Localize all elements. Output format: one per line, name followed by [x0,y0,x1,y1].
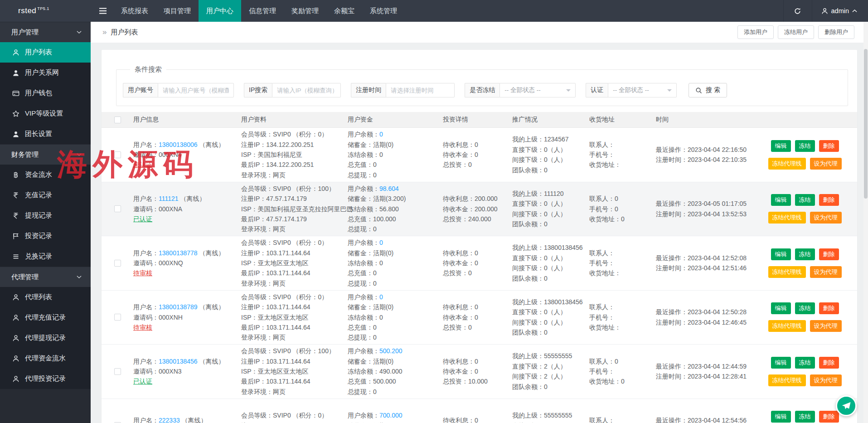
field-label: ISP： [241,205,258,213]
search-button[interactable]: 搜 索 [689,83,727,97]
sidebar-group-2[interactable]: 财务管理 [0,144,91,165]
field-label: 总提现： [348,225,373,233]
cell-time: 最近操作：2023-04-05 01:17:05注册时间：2023-04-04 … [656,199,752,219]
field-value: 0 [379,131,383,138]
freeze-agent-line-button[interactable]: 冻结代理线 [768,266,806,278]
scrollbar-thumb[interactable] [864,49,868,199]
sidebar-item-代理充值记录[interactable]: 代理充值记录 [0,307,91,328]
sidebar-item-充值记录[interactable]: 充值记录 [0,185,91,205]
freeze-button[interactable]: 冻结 [795,248,815,260]
freeze-button[interactable]: 冻结 [795,140,815,152]
sidebar-item-VIP等级设置[interactable]: VIP等级设置 [0,103,91,124]
set-agent-button[interactable]: 设为代理 [810,266,842,278]
field-line: 待审核 [133,322,241,332]
select-all-checkbox[interactable] [114,117,121,123]
refresh-button[interactable] [783,0,812,22]
set-agent-button[interactable]: 设为代理 [810,158,842,170]
sidebar-group-3[interactable]: 代理管理 [0,267,91,287]
delete-button[interactable]: 删除 [819,194,839,206]
nav-item-4[interactable]: 信息管理 [241,0,284,22]
sidebar-item-用户列表[interactable]: 用户列表 [0,42,91,63]
field-line: 团队余额：0 [512,382,589,392]
chat-float-button[interactable] [836,395,857,416]
register-time-input[interactable] [386,83,455,97]
freeze-status-select[interactable]: -- 全部状态 -- [499,83,576,97]
scrollbar[interactable] [863,22,868,423]
cell-info: 用户名：222333 （离线）邀请码：000XNG [133,415,241,423]
cert-status[interactable]: 已认证 [133,215,152,223]
row-checkbox[interactable] [114,260,121,267]
sidebar-group-1[interactable]: 用户管理 [0,22,91,42]
cert-status[interactable]: 已认证 [133,378,152,385]
row-checkbox[interactable] [114,205,121,212]
field-line: 团队余额：0 [512,219,589,229]
nav-item-2[interactable]: 项目管理 [156,0,199,22]
freeze-agent-line-button[interactable]: 冻结代理线 [768,374,806,386]
freeze-user-button[interactable]: 冻结用户 [778,25,814,39]
sidebar-item-代理投资记录[interactable]: 代理投资记录 [0,369,91,389]
freeze-agent-line-button[interactable]: 冻结代理线 [768,158,806,170]
sidebar-item-用户关系网[interactable]: 用户关系网 [0,63,91,83]
edit-button[interactable]: 编辑 [771,194,791,206]
ip-input[interactable] [272,83,341,97]
edit-button[interactable]: 编辑 [771,302,791,314]
cert-status[interactable]: 未认证 [133,161,152,168]
edit-button[interactable]: 编辑 [771,248,791,260]
freeze-button[interactable]: 冻结 [795,194,815,206]
sidebar-item-代理资金流水[interactable]: 代理资金流水 [0,348,91,369]
delete-button[interactable]: 删除 [819,357,839,369]
delete-button[interactable]: 删除 [819,140,839,152]
delete-user-button[interactable]: 删除用户 [818,25,854,39]
nav-item-7[interactable]: 系统管理 [362,0,405,22]
admin-menu[interactable]: admin [812,7,868,15]
sidebar-item-代理列表[interactable]: 代理列表 [0,287,91,307]
auth-status-select[interactable]: -- 全部状态 -- [608,83,677,97]
delete-button[interactable]: 删除 [819,411,839,423]
cell-profile: 会员等级：SVIP0 （积分：0）注册IP：115.84.84.14ISP：老挝 [241,410,348,423]
sidebar-item-代理提现记录[interactable]: 代理提现记录 [0,328,91,348]
field-label: 登录环境： [241,171,273,179]
freeze-button[interactable]: 冻结 [795,411,815,423]
field-line: 总提现：0 [348,224,443,234]
freeze-agent-line-button[interactable]: 冻结代理线 [768,212,806,224]
sidebar-item-投资记录[interactable]: 投资记录 [0,226,91,246]
row-checkbox[interactable] [114,151,121,158]
edit-button[interactable]: 编辑 [771,411,791,423]
set-agent-button[interactable]: 设为代理 [810,320,842,332]
account-filter: 用户账号 [123,83,234,97]
edit-button[interactable]: 编辑 [771,357,791,369]
sidebar-item-兑换记录[interactable]: 兑换记录 [0,246,91,267]
nav-item-6[interactable]: 余额宝 [326,0,362,22]
cert-status[interactable]: 待审核 [133,269,152,277]
field-value: 240.000 [468,215,491,223]
sidebar-item-团长设置[interactable]: 团长设置 [0,124,91,144]
sidebar-item-资金流水[interactable]: 资金流水 [0,165,91,185]
row-checkbox[interactable] [114,368,121,375]
cert-status[interactable]: 待审核 [133,324,152,331]
nav-item-3[interactable]: 用户中心 [199,0,241,22]
delete-button[interactable]: 删除 [819,302,839,314]
hamburger-icon[interactable] [99,8,107,14]
set-agent-button[interactable]: 设为代理 [810,374,842,386]
sidebar-item-label: 兑换记录 [25,252,52,261]
field-label: ISP： [241,314,258,321]
row-checkbox[interactable] [114,314,121,321]
field-label: 我的上级： [512,244,544,251]
field-value: SVIP0 （积分：100） [273,185,335,192]
delete-button[interactable]: 删除 [819,248,839,260]
add-user-button[interactable]: 添加用户 [737,25,774,39]
nav-item-5[interactable]: 奖励管理 [284,0,326,22]
set-agent-button[interactable]: 设为代理 [810,212,842,224]
account-input[interactable] [158,83,234,97]
sidebar-item-提现记录[interactable]: 提现记录 [0,205,91,226]
freeze-button[interactable]: 冻结 [795,302,815,314]
edit-button[interactable]: 编辑 [771,140,791,152]
sidebar-item-用户钱包[interactable]: 用户钱包 [0,83,91,103]
nav-item-1[interactable]: 系统报表 [113,0,156,22]
field-value: 0 [373,225,377,233]
freeze-button[interactable]: 冻结 [795,357,815,369]
flag-icon [12,232,20,240]
field-label: 用户名： [133,358,159,365]
field-line: 储蓄金：活期(3.200) [348,194,443,204]
freeze-agent-line-button[interactable]: 冻结代理线 [768,320,806,332]
